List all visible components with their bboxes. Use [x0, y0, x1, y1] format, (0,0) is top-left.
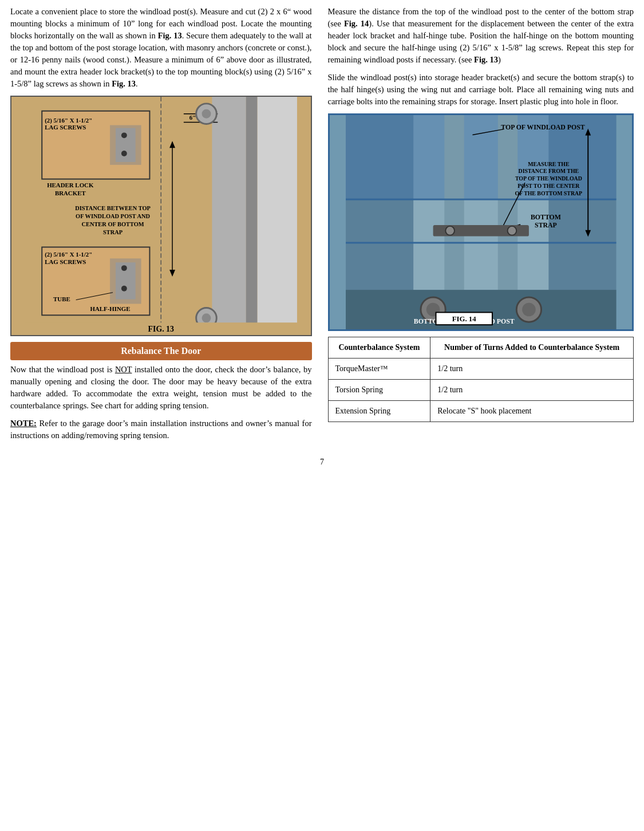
svg-text:(2) 5/16" X 1-1/2": (2) 5/16" X 1-1/2" [45, 117, 92, 124]
rebalance-title: Rebalance The Door [121, 346, 201, 356]
svg-text:MEASURE THE: MEASURE THE [528, 161, 570, 167]
fig13-svg: (2) 5/16" X 1-1/2" LAG SCREWS 6" MIN. HE… [11, 97, 311, 335]
table-cell-system-3: Extension Spring [328, 401, 430, 422]
svg-point-8 [121, 133, 127, 139]
left-column: Locate a convenient place to store the w… [0, 0, 322, 453]
left-para2: Now that the windload post is NOT instal… [10, 364, 312, 442]
svg-text:TUBE: TUBE [53, 296, 70, 302]
svg-rect-46 [346, 242, 616, 244]
table-header-system: Counterbalance System [328, 337, 430, 359]
svg-point-28 [121, 286, 127, 292]
rebalance-banner: Rebalance The Door [10, 342, 312, 360]
table-cell-turns-1: 1/2 turn [430, 359, 634, 380]
svg-point-27 [121, 265, 127, 271]
svg-text:TOP OF WINDLOAD POST: TOP OF WINDLOAD POST [501, 123, 584, 131]
fig14-svg: TOP OF WINDLOAD POST MEASURE THE DISTANC… [330, 115, 633, 329]
svg-text:FIG. 13: FIG. 13 [148, 325, 174, 333]
page-number: 7 [0, 453, 644, 471]
svg-text:HEADER LOCK: HEADER LOCK [47, 182, 94, 189]
svg-text:DISTANCE FROM THE: DISTANCE FROM THE [518, 168, 579, 174]
svg-text:CENTER OF BOTTOM: CENTER OF BOTTOM [81, 221, 144, 227]
left-para1: Locate a convenient place to store the w… [10, 6, 312, 90]
svg-text:DISTANCE BETWEEN TOP: DISTANCE BETWEEN TOP [75, 205, 151, 211]
page-container: Locate a convenient place to store the w… [0, 0, 644, 831]
svg-text:BOTTOM: BOTTOM [530, 213, 560, 221]
svg-point-62 [445, 226, 455, 235]
svg-text:STRAP: STRAP [535, 221, 557, 229]
fig13-diagram: (2) 5/16" X 1-1/2" LAG SCREWS 6" MIN. HE… [10, 96, 312, 336]
svg-text:FIG. 14: FIG. 14 [452, 315, 476, 323]
svg-text:BRACKET: BRACKET [55, 190, 86, 196]
svg-text:(2) 5/16" X 1-1/2": (2) 5/16" X 1-1/2" [45, 251, 92, 258]
table-cell-system-2: Torsion Spring [328, 380, 430, 401]
svg-point-35 [202, 313, 211, 322]
svg-text:POST TO THE CENTER: POST TO THE CENTER [517, 183, 580, 189]
svg-rect-3 [258, 97, 297, 335]
table-cell-turns-3: Relocate "S" hook placement [430, 401, 634, 422]
svg-rect-1 [212, 97, 246, 335]
svg-point-37 [202, 109, 211, 119]
table-row: TorqueMaster™ 1/2 turn [328, 359, 634, 380]
svg-text:TOP OF THE WINDLOAD: TOP OF THE WINDLOAD [515, 175, 582, 182]
fig14-diagram: TOP OF WINDLOAD POST MEASURE THE DISTANC… [328, 113, 634, 331]
svg-point-9 [121, 151, 127, 156]
table-header-turns: Number of Turns Added to Counterbalance … [430, 337, 634, 359]
svg-point-63 [507, 226, 516, 235]
two-column-layout: Locate a convenient place to store the w… [0, 0, 644, 453]
svg-text:OF WINDLOAD POST AND: OF WINDLOAD POST AND [76, 213, 150, 219]
table-cell-system-1: TorqueMaster™ [328, 359, 430, 380]
svg-rect-2 [246, 97, 258, 335]
right-column: Measure the distance from the top of the… [322, 0, 645, 453]
svg-rect-45 [346, 199, 616, 200]
note-label: NOTE: [10, 419, 37, 428]
table-cell-turns-2: 1/2 turn [430, 380, 634, 401]
svg-text:STRAP: STRAP [103, 229, 123, 235]
svg-point-68 [522, 303, 536, 317]
svg-text:HALF-HINGE: HALF-HINGE [90, 306, 130, 313]
spring-table: Counterbalance System Number of Turns Ad… [328, 337, 634, 422]
svg-text:LAG SCREWS: LAG SCREWS [45, 258, 86, 265]
svg-text:OF THE BOTTOM STRAP: OF THE BOTTOM STRAP [515, 190, 582, 196]
right-para1: Measure the distance from the top of the… [328, 6, 634, 108]
table-row: Extension Spring Relocate "S" hook place… [328, 401, 634, 422]
svg-text:LAG SCREWS: LAG SCREWS [45, 124, 86, 131]
table-row: Torsion Spring 1/2 turn [328, 380, 634, 401]
